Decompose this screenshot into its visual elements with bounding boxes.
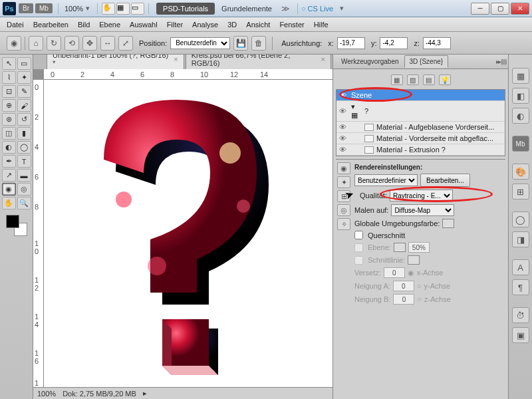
- canvas[interactable]: [44, 80, 332, 387]
- dodge-tool[interactable]: ◯: [17, 141, 31, 154]
- workspace-other[interactable]: Grundelemente: [216, 3, 277, 15]
- menu-datei[interactable]: Datei: [7, 21, 24, 29]
- status-dok[interactable]: Dok: 2,75 MB/9,20 MB: [63, 390, 136, 398]
- panel-expand-icon[interactable]: ▸▸ ▤: [496, 58, 505, 65]
- position-select[interactable]: Benutzerdefin...: [170, 37, 230, 49]
- scene-row-mat3[interactable]: 👁 Material - Extrusion ?: [336, 144, 505, 156]
- brush-tool[interactable]: 🖌: [17, 99, 31, 112]
- dock-adjust-icon[interactable]: ◐: [512, 108, 529, 124]
- menu-bild[interactable]: Bild: [78, 21, 90, 29]
- zoom-tool[interactable]: 🔍: [17, 197, 31, 209]
- scene-row-scene[interactable]: 👁 Szene: [336, 90, 505, 101]
- dock-nav-icon[interactable]: ▣: [512, 327, 529, 343]
- menu-bearbeiten[interactable]: Bearbeiten: [33, 21, 68, 29]
- menu-ebene[interactable]: Ebene: [99, 21, 120, 29]
- menu-3d[interactable]: 3D: [227, 21, 237, 29]
- menu-filter[interactable]: Filter: [167, 21, 183, 29]
- 3d-slide-icon[interactable]: ↔: [100, 36, 115, 51]
- filter-light-icon[interactable]: 💡: [439, 74, 451, 85]
- blur-tool[interactable]: ◐: [2, 141, 16, 154]
- render-preset-icon[interactable]: ◉: [337, 162, 350, 174]
- close-tab-icon[interactable]: ×: [174, 55, 178, 63]
- minibridge-badge[interactable]: Mb: [35, 3, 53, 13]
- filter-material-icon[interactable]: ▤: [423, 74, 435, 85]
- 3d-camera-tool[interactable]: ◎: [17, 183, 31, 196]
- 3d-roll-icon[interactable]: ⟲: [65, 36, 79, 51]
- status-zoom[interactable]: 100%: [37, 390, 56, 398]
- cross-section-checkbox[interactable]: [354, 231, 363, 239]
- dock-styles-icon[interactable]: ◧: [512, 88, 529, 104]
- trash-icon[interactable]: 🗑: [251, 36, 266, 51]
- edit-button[interactable]: Bearbeiten...: [420, 174, 470, 187]
- render-preset-select[interactable]: Benutzerdefiniert: [354, 174, 418, 186]
- 3d-home-icon[interactable]: ⌂: [29, 36, 43, 51]
- minimize-button[interactable]: ─: [471, 3, 489, 15]
- app-icon[interactable]: Ps: [3, 2, 16, 15]
- visibility-icon[interactable]: 👁: [339, 134, 348, 142]
- 3d-object-tool[interactable]: ◉: [2, 183, 16, 196]
- 3d-pan-icon[interactable]: ✥: [82, 36, 97, 51]
- panel-tab-presets[interactable]: Werkzeugvorgaben: [336, 55, 404, 68]
- screen-icon[interactable]: ▭: [131, 3, 144, 15]
- close-button[interactable]: ✕: [511, 3, 529, 15]
- gradient-tool[interactable]: ▮: [17, 127, 31, 140]
- workspace-active[interactable]: PSD-Tutorials: [156, 3, 215, 15]
- dock-history-icon[interactable]: ⏱: [512, 307, 529, 323]
- dock-swatches-icon[interactable]: ▦: [512, 68, 529, 84]
- maximize-button[interactable]: ▢: [491, 3, 509, 15]
- workspace-more-icon[interactable]: ≫: [281, 4, 290, 13]
- y-input[interactable]: [380, 37, 408, 49]
- filter-mesh-icon[interactable]: ▨: [407, 74, 419, 85]
- render-cam2-icon[interactable]: ◎: [337, 204, 350, 216]
- eraser-tool[interactable]: ◫: [2, 127, 16, 140]
- scene-row-mat2[interactable]: 👁 Material - Vorderseite mit abgeflac...: [336, 133, 505, 144]
- z-input[interactable]: [423, 37, 451, 49]
- dock-mb-icon[interactable]: Mb: [512, 136, 529, 152]
- wand-tool[interactable]: ✦: [17, 71, 31, 84]
- lasso-tool[interactable]: ⌇: [2, 71, 16, 84]
- pen-tool[interactable]: ✒: [2, 155, 16, 168]
- quality-select[interactable]: Raytracing - E...: [390, 190, 453, 201]
- move-tool[interactable]: ↖: [2, 57, 16, 70]
- filter-scene-icon[interactable]: ▦: [391, 74, 403, 85]
- render-cam-icon[interactable]: ✦: [337, 176, 350, 188]
- crop-tool[interactable]: ⊡: [2, 85, 16, 98]
- save-icon[interactable]: 💾: [233, 36, 248, 51]
- panel-tab-3d[interactable]: 3D {Szene}: [404, 55, 449, 68]
- hand-icon[interactable]: ✋: [102, 3, 115, 15]
- menu-analyse[interactable]: Analyse: [192, 21, 218, 29]
- scene-row-q[interactable]: 👁 ▾ ▦?: [336, 101, 505, 122]
- 3d-rotate-icon[interactable]: ↻: [47, 36, 61, 51]
- dock-para-icon[interactable]: ¶: [512, 279, 529, 295]
- tool-preset-icon[interactable]: ◉: [7, 36, 21, 51]
- color-swatches[interactable]: [6, 215, 27, 236]
- doc-tab-2[interactable]: Kreis.psd bei 66,7% (Ebene 2, RGB/16)×: [186, 55, 331, 69]
- visibility-icon[interactable]: 👁: [339, 107, 348, 115]
- 3d-scale-icon[interactable]: ⤢: [118, 36, 133, 51]
- hand-tool[interactable]: ✋: [2, 197, 16, 209]
- close-tab-icon[interactable]: ×: [321, 55, 325, 63]
- path-tool[interactable]: ↗: [2, 169, 16, 182]
- dock-layers-icon[interactable]: ◨: [512, 231, 529, 247]
- marquee-tool[interactable]: ▭: [17, 57, 31, 70]
- history-brush[interactable]: ↺: [17, 113, 31, 126]
- dock-char-icon[interactable]: A: [512, 259, 529, 275]
- heal-tool[interactable]: ⊕: [2, 99, 16, 112]
- visibility-icon[interactable]: 👁: [339, 146, 348, 154]
- menu-hilfe[interactable]: Hilfe: [314, 21, 329, 29]
- scene-row-mat1[interactable]: 👁 Material - Aufgeblasene Vorderseit...: [336, 122, 505, 133]
- render-mesh-icon[interactable]: ✧: [337, 218, 350, 230]
- menu-ansicht[interactable]: Ansicht: [246, 21, 270, 29]
- visibility-icon[interactable]: 👁: [339, 123, 348, 131]
- cslive-button[interactable]: CS Live: [301, 5, 333, 13]
- menu-auswahl[interactable]: Auswahl: [130, 21, 158, 29]
- zoom-display[interactable]: 100%: [65, 5, 83, 13]
- visibility-icon[interactable]: 👁: [339, 91, 348, 99]
- paint-select[interactable]: Diffuse-Map: [391, 204, 454, 216]
- dock-mask-icon[interactable]: ◯: [512, 211, 529, 227]
- menu-fenster[interactable]: Fenster: [279, 21, 304, 29]
- type-tool[interactable]: T: [17, 155, 31, 168]
- shape-tool[interactable]: ▬: [17, 169, 31, 182]
- arrange-icon[interactable]: ▦: [116, 3, 130, 15]
- bridge-badge[interactable]: Br: [19, 3, 33, 13]
